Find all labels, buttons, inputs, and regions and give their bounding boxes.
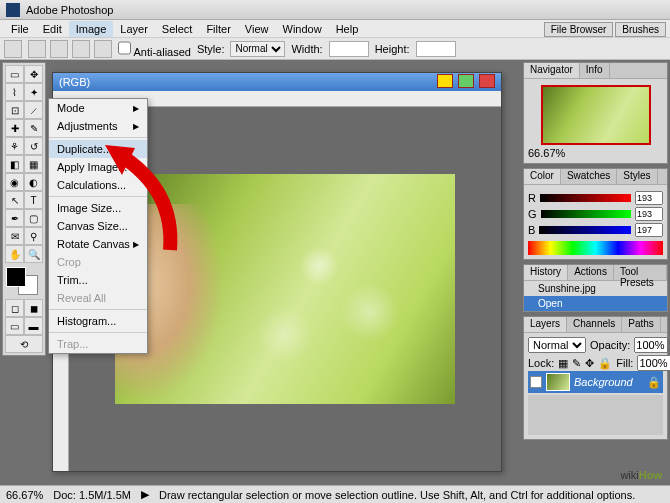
panels-dock: Navigator Info 66.67% Color Swatches Sty… — [523, 62, 668, 440]
document-titlebar[interactable]: (RGB) — [53, 73, 501, 91]
color-swatch[interactable] — [6, 267, 42, 295]
minimize-icon[interactable] — [437, 74, 453, 88]
b-value[interactable] — [635, 223, 663, 237]
wand-tool-icon[interactable]: ✦ — [24, 83, 43, 101]
marquee-tool-icon[interactable]: ▭ — [5, 65, 24, 83]
pen-tool-icon[interactable]: ✒ — [5, 209, 24, 227]
navigator-panel: Navigator Info 66.67% — [523, 62, 668, 164]
menu-item-calculations-[interactable]: Calculations... — [49, 176, 147, 194]
path-tool-icon[interactable]: ↖ — [5, 191, 24, 209]
navigator-thumbnail[interactable] — [541, 85, 651, 145]
status-zoom[interactable]: 66.67% — [6, 489, 43, 501]
screen-std-icon[interactable]: ▭ — [5, 317, 24, 335]
history-state[interactable]: Open — [524, 296, 667, 311]
menu-item-rotate-canvas[interactable]: Rotate Canvas▶ — [49, 235, 147, 253]
mode-standard-icon[interactable]: ◻ — [5, 299, 24, 317]
g-value[interactable] — [635, 207, 663, 221]
jump-imageready-icon[interactable]: ⟲ — [5, 335, 43, 353]
dodge-tool-icon[interactable]: ◐ — [24, 173, 43, 191]
menu-item-histogram-[interactable]: Histogram... — [49, 312, 147, 330]
app-titlebar: Adobe Photoshop — [0, 0, 670, 20]
layers-panel: Layers Channels Paths Normal Opacity: Lo… — [523, 316, 668, 440]
tab-history[interactable]: History — [524, 265, 568, 280]
menu-filter[interactable]: Filter — [199, 21, 237, 37]
tab-actions[interactable]: Actions — [568, 265, 614, 280]
lock-move-icon[interactable]: ✥ — [585, 357, 594, 370]
menu-select[interactable]: Select — [155, 21, 200, 37]
close-icon[interactable] — [479, 74, 495, 88]
menu-item-mode[interactable]: Mode▶ — [49, 99, 147, 117]
type-tool-icon[interactable]: T — [24, 191, 43, 209]
hand-tool-icon[interactable]: ✋ — [5, 245, 24, 263]
marquee-sub-icon[interactable] — [72, 40, 90, 58]
file-browser-button[interactable]: File Browser — [544, 22, 614, 37]
tab-color[interactable]: Color — [524, 169, 561, 184]
menu-item-apply-image-[interactable]: Apply Image... — [49, 158, 147, 176]
menu-item-canvas-size-[interactable]: Canvas Size... — [49, 217, 147, 235]
zoom-tool-icon[interactable]: 🔍 — [24, 245, 43, 263]
r-slider[interactable] — [540, 194, 631, 202]
antialias-checkbox[interactable]: Anti-aliased — [118, 40, 191, 58]
menu-item-trim-[interactable]: Trim... — [49, 271, 147, 289]
lock-paint-icon[interactable]: ✎ — [572, 357, 581, 370]
move-tool-icon[interactable]: ✥ — [24, 65, 43, 83]
brush-tool-icon[interactable]: ✎ — [24, 119, 43, 137]
tool-preset-icon[interactable] — [4, 40, 22, 58]
spectrum-bar[interactable] — [528, 241, 663, 255]
height-input[interactable] — [416, 41, 456, 57]
crop-tool-icon[interactable]: ⊡ — [5, 101, 24, 119]
menu-item-image-size-[interactable]: Image Size... — [49, 199, 147, 217]
tab-info[interactable]: Info — [580, 63, 610, 78]
blur-tool-icon[interactable]: ◉ — [5, 173, 24, 191]
gradient-tool-icon[interactable]: ▦ — [24, 155, 43, 173]
tab-styles[interactable]: Styles — [617, 169, 657, 184]
notes-tool-icon[interactable]: ✉ — [5, 227, 24, 245]
lock-all-icon[interactable]: 🔒 — [598, 357, 612, 370]
tab-navigator[interactable]: Navigator — [524, 63, 580, 78]
r-value[interactable] — [635, 191, 663, 205]
screen-full-icon[interactable]: ▬ — [24, 317, 43, 335]
tab-paths[interactable]: Paths — [622, 317, 661, 332]
layer-row[interactable]: Background 🔒 — [528, 371, 663, 393]
mode-quickmask-icon[interactable]: ◼ — [24, 299, 43, 317]
shape-tool-icon[interactable]: ▢ — [24, 209, 43, 227]
eraser-tool-icon[interactable]: ◧ — [5, 155, 24, 173]
slice-tool-icon[interactable]: ⟋ — [24, 101, 43, 119]
menu-item-duplicate-[interactable]: Duplicate... — [49, 140, 147, 158]
opacity-input[interactable] — [634, 337, 668, 353]
menu-edit[interactable]: Edit — [36, 21, 69, 37]
menu-view[interactable]: View — [238, 21, 276, 37]
app-title: Adobe Photoshop — [26, 4, 113, 16]
marquee-rect-icon[interactable] — [28, 40, 46, 58]
lock-trans-icon[interactable]: ▦ — [558, 357, 568, 370]
menu-window[interactable]: Window — [276, 21, 329, 37]
menu-item-adjustments[interactable]: Adjustments▶ — [49, 117, 147, 135]
tab-toolpresets[interactable]: Tool Presets — [614, 265, 667, 280]
menu-image[interactable]: Image — [69, 21, 114, 37]
fill-input[interactable] — [637, 355, 670, 371]
menu-help[interactable]: Help — [329, 21, 366, 37]
tab-layers[interactable]: Layers — [524, 317, 567, 332]
style-select[interactable]: Normal — [230, 41, 285, 57]
marquee-add-icon[interactable] — [50, 40, 68, 58]
blend-mode-select[interactable]: Normal — [528, 337, 586, 353]
heal-tool-icon[interactable]: ✚ — [5, 119, 24, 137]
width-label: Width: — [291, 43, 322, 55]
tab-channels[interactable]: Channels — [567, 317, 622, 332]
marquee-int-icon[interactable] — [94, 40, 112, 58]
lock-icon: 🔒 — [647, 376, 661, 389]
g-slider[interactable] — [541, 210, 631, 218]
menu-file[interactable]: File — [4, 21, 36, 37]
menu-item-trap-: Trap... — [49, 335, 147, 353]
width-input[interactable] — [329, 41, 369, 57]
eyedropper-tool-icon[interactable]: ⚲ — [24, 227, 43, 245]
menu-layer[interactable]: Layer — [113, 21, 155, 37]
lasso-tool-icon[interactable]: ⌇ — [5, 83, 24, 101]
maximize-icon[interactable] — [458, 74, 474, 88]
tab-swatches[interactable]: Swatches — [561, 169, 617, 184]
history-brush-icon[interactable]: ↺ — [24, 137, 43, 155]
brushes-button[interactable]: Brushes — [615, 22, 666, 37]
stamp-tool-icon[interactable]: ⚘ — [5, 137, 24, 155]
visibility-icon[interactable] — [530, 376, 542, 388]
b-slider[interactable] — [539, 226, 631, 234]
